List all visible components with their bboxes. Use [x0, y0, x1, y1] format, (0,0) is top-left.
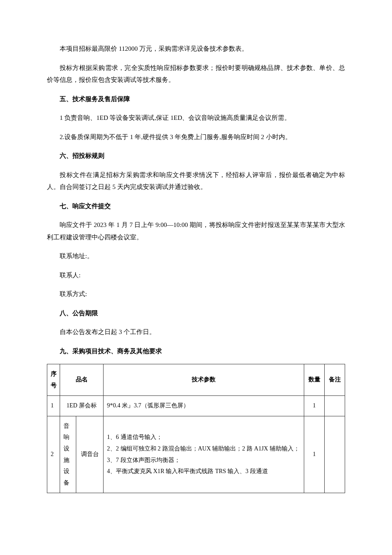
paragraph-5-2: 2.设备质保周期为不低于 1 年,硬件提供 3 年免费上门服务,服务响应时间 2…	[47, 131, 345, 143]
td-tech: 9*0.4 米』3.7（弧形屏三色屏）	[104, 396, 304, 416]
paragraph-price: 本项目招标最高限价 112000 万元，采购需求详见设备技术参数表。	[47, 43, 345, 55]
table-row: 1 1ED 屏会标 9*0.4 米』3.7（弧形屏三色屏） 1	[47, 396, 345, 416]
th-qty: 数量	[304, 364, 325, 396]
td-name-sub: 调音台	[76, 416, 104, 493]
paragraph-contact-person: 联系人:	[47, 269, 345, 282]
document-body: 本项目招标最高限价 112000 万元，采购需求详见设备技术参数表。 投标方根据…	[47, 43, 345, 493]
heading-5: 五、技术服务及售后保障	[47, 93, 345, 105]
spec-table: 序号 品名 技术参数 数量 备注 1 1ED 屏会标 9*0.4 米』3.7（弧…	[47, 364, 345, 493]
heading-7: 七、响应文件提交	[47, 200, 345, 212]
td-qty: 1	[304, 396, 325, 416]
th-tech: 技术参数	[104, 364, 304, 396]
td-qty: 1	[304, 416, 325, 493]
table-row: 2 音响设施设备 调音台 1、6 通道信号输入； 2、2 编组可独立和 2 路混…	[47, 416, 345, 493]
table-header-row: 序号 品名 技术参数 数量 备注	[47, 364, 345, 396]
th-name: 品名	[60, 364, 104, 396]
paragraph-8: 自本公告发布之日起 3 个工作日。	[47, 326, 345, 338]
td-seq: 1	[47, 396, 60, 416]
td-note	[325, 416, 345, 493]
heading-8: 八、公告期限	[47, 307, 345, 320]
td-note	[325, 396, 345, 416]
paragraph-contact-addr: 联系地址:。	[47, 250, 345, 262]
td-seq: 2	[47, 416, 60, 493]
paragraph-6: 投标文件在满足招标方采购需求和响应文件要求情况下，经招标人评审后，报价最低者确定…	[47, 169, 345, 193]
paragraph-7-1: 响应文件于 2023 年 1 月 7 日上午 9:00—10:00 期间，将投标…	[47, 219, 345, 243]
paragraph-bidder-req: 投标方根据采购需求，完全实质性响应招标参数要求；报价时要明确规格品牌、技术参数、…	[47, 62, 345, 86]
th-seq: 序号	[47, 364, 60, 396]
td-name: 1ED 屏会标	[60, 396, 104, 416]
paragraph-5-1: 1 负责音响、1ED 等设备安装调试,保证 1ED、会议音响设施高质量满足会议所…	[47, 112, 345, 124]
th-note: 备注	[325, 364, 345, 396]
td-tech: 1、6 通道信号输入； 2、2 编组可独立和 2 路混合输出；AUX 辅助输出；…	[104, 416, 304, 493]
td-name-group: 音响设施设备	[60, 416, 76, 493]
heading-6: 六、招投标规则	[47, 150, 345, 162]
heading-9: 九、采购项目技术、商务及其他要求	[47, 345, 345, 357]
paragraph-contact-method: 联系方式:	[47, 288, 345, 300]
